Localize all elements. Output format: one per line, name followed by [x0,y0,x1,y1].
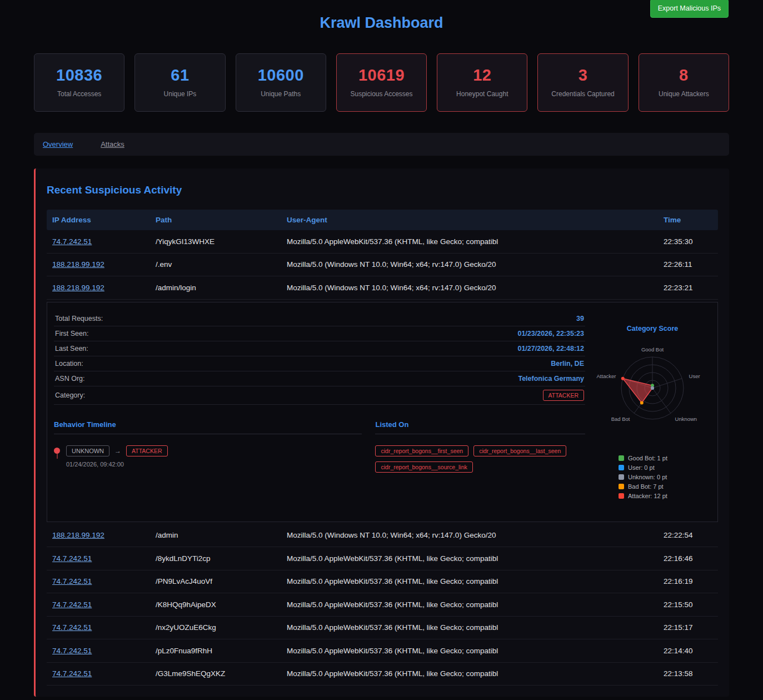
stat-card: 12Honeypot Caught [437,53,527,112]
stat-label: Honeypot Caught [441,90,523,98]
ip-link[interactable]: 188.218.99.192 [52,531,104,539]
path-cell: /admin/login [150,284,281,292]
table-row[interactable]: 188.218.99.192/.envMozilla/5.0 (Windows … [47,254,718,277]
table-row[interactable]: 74.7.242.51/nx2yUOZuE6CkgMozilla/5.0 App… [47,617,718,640]
page: Krawl Dashboard Export Malicious IPs 108… [0,0,763,697]
detail-field-row: Total Requests:39 [54,311,585,326]
time-cell: 22:35:30 [658,237,718,246]
stat-card: 61Unique IPs [134,53,225,112]
ip-link[interactable]: 74.7.242.51 [52,647,92,655]
table-row[interactable]: 74.7.242.51/K8HQq9hAipeDXMozilla/5.0 App… [47,593,718,617]
timeline-from-badge: UNKNOWN [66,445,109,456]
ip-link[interactable]: 74.7.242.51 [52,554,92,563]
detail-left-column: Total Requests:39First Seen:01/23/2026, … [54,311,585,513]
path-cell: /admin [150,531,281,539]
stat-label: Credentials Captured [541,90,624,98]
radar-chart-title: Category Score [594,325,711,332]
category-badge: ATTACKER [543,390,584,401]
detail-field-row: Location:Berlin, DE [54,356,585,371]
stat-label: Unique Paths [240,90,322,98]
stat-card: 3Credentials Captured [537,53,628,112]
ip-link[interactable]: 74.7.242.51 [52,577,92,585]
legend-swatch [619,455,624,461]
timeline-marker-icon [54,448,60,454]
path-cell: /YiqykGI13WHXE [150,237,281,246]
timeline-badges: UNKNOWN → ATTACKER [66,445,168,456]
timeline-date: 01/24/2026, 09:42:00 [66,461,168,468]
stat-label: Unique IPs [138,90,221,98]
listed-on-badge[interactable]: cidr_report_bogons__last_seen [473,445,566,456]
export-malicious-ips-button[interactable]: Export Malicious IPs [650,0,729,18]
tab-attacks[interactable]: Attacks [101,140,124,148]
user-agent-cell: Mozilla/5.0 AppleWebKit/537.36 (KHTML, l… [281,669,658,678]
path-cell: /pLz0Fnua9fRhH [150,647,281,655]
listed-on-badge[interactable]: cidr_report_bogons__first_seen [375,445,468,456]
table-row[interactable]: 74.7.242.51/8ykdLnDYTi2cpMozilla/5.0 App… [47,547,718,570]
field-value: Berlin, DE [551,360,584,368]
stat-card: 10836Total Accesses [34,53,124,112]
radar-axis-label: Good Bot [641,346,664,353]
legend-swatch [619,493,624,499]
radar-axis-label: User [689,373,700,379]
timeline-to-badge: ATTACKER [126,445,167,456]
table-row[interactable]: 74.7.242.51/pLz0Fnua9fRhHMozilla/5.0 App… [47,639,718,663]
time-cell: 22:22:54 [658,531,718,539]
legend-label: Bad Bot: 7 pt [628,483,664,490]
behavior-timeline-section: Behavior Timeline UNKNOWN → ATTACKER [54,420,362,473]
legend-label: Unknown: 0 pt [628,474,667,480]
legend-label: User: 0 pt [628,464,655,471]
path-cell: /PN9LvAcJ4uoVf [150,577,281,585]
radar-polygon [623,378,652,403]
field-value: Telefonica Germany [518,375,584,383]
ip-link[interactable]: 188.218.99.192 [52,260,104,269]
ip-link[interactable]: 74.7.242.51 [52,623,92,632]
detail-field-row: Last Seen:01/27/2026, 22:48:12 [54,341,585,356]
legend-item: Bad Bot: 7 pt [619,483,711,490]
stat-card: 10619Suspicious Accesses [336,53,427,112]
legend-swatch [619,465,624,470]
time-cell: 22:15:17 [658,623,718,632]
ip-link[interactable]: 74.7.242.51 [52,600,92,609]
table-row[interactable]: 74.7.242.51/YiqykGI13WHXEMozilla/5.0 App… [47,230,718,254]
listed-on-section: Listed On cidr_report_bogons__first_seen… [375,420,585,473]
ip-link[interactable]: 74.7.242.51 [52,669,92,678]
field-label: ASN Org: [55,375,85,383]
table-rows-bottom: 188.218.99.192/adminMozilla/5.0 (Windows… [47,524,718,686]
column-header-ip-address: IP Address [47,216,150,224]
field-label: Total Requests: [55,315,103,322]
table-rows-top: 74.7.242.51/YiqykGI13WHXEMozilla/5.0 App… [47,230,718,300]
tab-bar: Overview Attacks [34,133,729,156]
legend-item: Good Bot: 1 pt [619,455,711,461]
listed-on-title: Listed On [375,420,585,434]
detail-field-row: ASN Org:Telefonica Germany [54,371,585,386]
path-cell: /.env [150,260,281,269]
stat-label: Total Accesses [38,90,121,98]
column-header-path: Path [150,216,281,224]
field-label: Category: [55,391,85,399]
timeline-content: UNKNOWN → ATTACKER 01/24/2026, 09:42:00 [66,445,168,468]
section-title: Recent Suspicious Activity [47,184,718,196]
stat-card: 10600Unique Paths [236,53,326,112]
column-header-time: Time [658,216,718,224]
ip-link[interactable]: 188.218.99.192 [52,284,104,292]
table-row[interactable]: 188.218.99.192/adminMozilla/5.0 (Windows… [47,524,718,548]
stat-value: 61 [138,66,221,85]
table-row[interactable]: 188.218.99.192/admin/loginMozilla/5.0 (W… [47,276,718,300]
table-row[interactable]: 74.7.242.51/PN9LvAcJ4uoVfMozilla/5.0 App… [47,570,718,594]
tab-overview[interactable]: Overview [43,140,73,148]
stat-value: 10836 [38,66,121,85]
radar-point [621,376,625,380]
legend-label: Attacker: 12 pt [628,493,667,499]
listed-on-badge[interactable]: cidr_report_bogons__source_link [375,461,472,473]
detail-fields: Total Requests:39First Seen:01/23/2026, … [54,311,585,405]
detail-bottom: Behavior Timeline UNKNOWN → ATTACKER [54,420,585,473]
ip-link[interactable]: 74.7.242.51 [52,237,92,246]
radar-axis-label: Attacker [597,373,616,379]
field-label: Location: [55,360,83,368]
radar-point [651,386,654,390]
user-agent-cell: Mozilla/5.0 AppleWebKit/537.36 (KHTML, l… [281,623,658,632]
table-row[interactable]: 74.7.242.51/G3Lme9ShEQgXKZMozilla/5.0 Ap… [47,663,718,686]
stat-card: 8Unique Attackers [639,53,729,112]
legend-item: Attacker: 12 pt [619,493,711,499]
time-cell: 22:15:50 [658,600,718,609]
